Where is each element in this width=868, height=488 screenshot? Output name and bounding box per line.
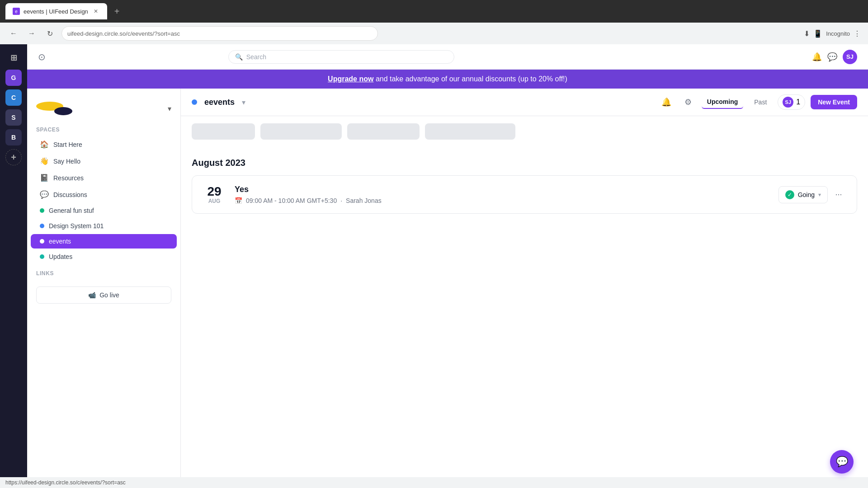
space-title: eevents (204, 98, 235, 107)
menu-icon[interactable]: ⋮ (854, 29, 861, 38)
user-avatar-small: SJ (783, 97, 793, 108)
global-search-container: 🔍 Search (228, 50, 454, 64)
tab-close-button[interactable]: ✕ (92, 7, 100, 15)
sidebar-chevron-icon[interactable]: ▾ (168, 104, 171, 113)
sidebar-item-design-system[interactable]: Design System 101 (31, 219, 177, 233)
filter-bar (181, 116, 868, 147)
global-actions: 🔔 💬 SJ (812, 50, 857, 64)
sidebar-item-discussions-label: Discussions (53, 191, 87, 198)
sidebar-logo (36, 99, 72, 117)
search-placeholder: Search (246, 53, 266, 61)
discussions-icon: 💬 (40, 190, 49, 199)
messages-icon[interactable]: 💬 (827, 52, 837, 62)
browser-tab[interactable]: e eevents | UIFeed Design ✕ (5, 3, 107, 19)
download-icon[interactable]: ⬇ (804, 29, 810, 38)
sidebar-item-start-here[interactable]: 🏠 Start Here (31, 136, 177, 152)
spaces-section-label: Spaces (27, 121, 180, 136)
top-bar-actions: 🔔 ⚙ Upcoming Past SJ 1 New Event (658, 94, 857, 110)
sidebar-item-c[interactable]: C (5, 89, 22, 106)
logo-shape (36, 102, 72, 115)
event-author: Sarah Jonas (346, 197, 382, 204)
settings-icon[interactable]: ⚙ (680, 94, 696, 110)
sidebar-item-b[interactable]: B (5, 129, 22, 145)
tab-upcoming[interactable]: Upcoming (702, 95, 743, 109)
nav-sidebar: ▾ Spaces 🏠 Start Here 👋 Say Hello 📓 Reso… (27, 89, 181, 477)
dot-green-icon (40, 208, 44, 213)
sidebar-item-say-hello[interactable]: 👋 Say Hello (31, 153, 177, 169)
status-url: https://uifeed-design.circle.so/c/eevent… (5, 479, 126, 486)
go-live-label: Go live (99, 291, 119, 299)
sidebar-item-resources[interactable]: 📓 Resources (31, 170, 177, 186)
calendar-icon: 📅 (235, 197, 242, 204)
space-indicator-dot (192, 99, 197, 105)
sidebar-item-resources-label: Resources (53, 174, 84, 182)
event-details: Yes 📅 09:00 AM - 10:00 AM GMT+5:30 · Sar… (235, 185, 769, 204)
banner-text: and take advantage of our annual discoun… (373, 75, 567, 83)
status-bar: https://uifeed-design.circle.so/c/eevent… (0, 477, 868, 488)
filter-placeholder-1 (192, 123, 255, 140)
event-card: 29 AUG Yes 📅 09:00 AM - 10:00 AM GMT+5:3… (192, 175, 857, 214)
browser-actions: ⬇ 📱 Incognito ⋮ (804, 29, 861, 38)
event-separator: · (340, 197, 342, 204)
tab-past[interactable]: Past (749, 96, 772, 108)
going-button[interactable]: ✓ Going ▾ (778, 186, 828, 203)
events-area: August 2023 29 AUG Yes 📅 09:00 AM - 10: (181, 147, 868, 477)
filter-placeholder-4 (425, 123, 515, 140)
sidebar-item-general-fun[interactable]: General fun stuf (31, 203, 177, 218)
sidebar-item-start-here-label: Start Here (53, 141, 82, 148)
event-title: Yes (235, 185, 769, 194)
chat-fab-button[interactable]: 💬 (830, 450, 854, 474)
upgrade-banner: Upgrade now and take advantage of our an… (27, 70, 868, 89)
go-live-button[interactable]: 📹 Go live (36, 286, 171, 304)
going-check-icon: ✓ (785, 190, 794, 199)
back-button[interactable]: ← (7, 27, 20, 40)
video-icon: 📹 (88, 291, 96, 299)
sidebar-item-say-hello-label: Say Hello (53, 158, 80, 165)
wave-icon: 👋 (40, 157, 49, 165)
user-count: 1 (796, 98, 800, 106)
sidebar-item-s[interactable]: S (5, 109, 22, 126)
bell-icon[interactable]: 🔔 (658, 94, 675, 110)
sidebar-item-updates[interactable]: Updates (31, 249, 177, 264)
upgrade-link[interactable]: Upgrade now (328, 75, 373, 83)
tab-title: eevents | UIFeed Design (24, 8, 88, 15)
resources-icon: 📓 (40, 174, 49, 182)
event-time: 📅 09:00 AM - 10:00 AM GMT+5:30 · Sarah J… (235, 197, 769, 204)
filter-placeholder-3 (347, 123, 420, 140)
event-day: 29 (203, 185, 226, 198)
event-date: 29 AUG (203, 185, 226, 204)
reload-button[interactable]: ↻ (43, 27, 56, 40)
browser-chrome: e eevents | UIFeed Design ✕ + (0, 0, 868, 23)
user-badge[interactable]: SJ 1 (778, 94, 805, 110)
sidebar-item-general-fun-label: General fun stuf (49, 207, 94, 214)
event-more-button[interactable]: ··· (831, 188, 846, 202)
links-section: 📹 Go live (27, 279, 180, 311)
sidebar-header: ▾ (27, 96, 180, 121)
filter-placeholder-2 (260, 123, 342, 140)
grid-icon[interactable]: ⊞ (5, 50, 22, 66)
new-tab-button[interactable]: + (111, 6, 123, 17)
global-header: ⊙ 🔍 Search 🔔 💬 SJ (27, 44, 868, 70)
new-event-button[interactable]: New Event (811, 95, 857, 109)
search-box[interactable]: 🔍 Search (228, 50, 454, 64)
sidebar-item-design-system-label: Design System 101 (49, 222, 104, 230)
logo-dark (54, 107, 72, 115)
event-month: AUG (203, 198, 226, 204)
address-bar[interactable]: uifeed-design.circle.so/c/eevents/?sort=… (61, 26, 378, 41)
notifications-icon[interactable]: 🔔 (812, 52, 822, 62)
global-avatar[interactable]: SJ (843, 50, 857, 64)
forward-button[interactable]: → (25, 27, 38, 40)
dot-teal-icon (40, 254, 44, 259)
month-label: August 2023 (192, 158, 857, 168)
app-body: ⊞ G C S B + ⊙ 🔍 Search 🔔 💬 (0, 44, 868, 477)
sidebar-item-eevents[interactable]: eevents (31, 234, 177, 249)
device-icon[interactable]: 📱 (813, 29, 822, 38)
url-text: uifeed-design.circle.so/c/eevents/?sort=… (67, 30, 180, 37)
global-home-icon[interactable]: ⊙ (38, 52, 46, 62)
event-actions: ✓ Going ▾ ··· (778, 186, 846, 203)
sidebar-item-g[interactable]: G (5, 70, 22, 86)
add-org-button[interactable]: + (5, 149, 22, 165)
sidebar-item-discussions[interactable]: 💬 Discussions (31, 187, 177, 202)
space-chevron-icon[interactable]: ▾ (242, 98, 245, 107)
links-section-label: Links (27, 265, 180, 279)
